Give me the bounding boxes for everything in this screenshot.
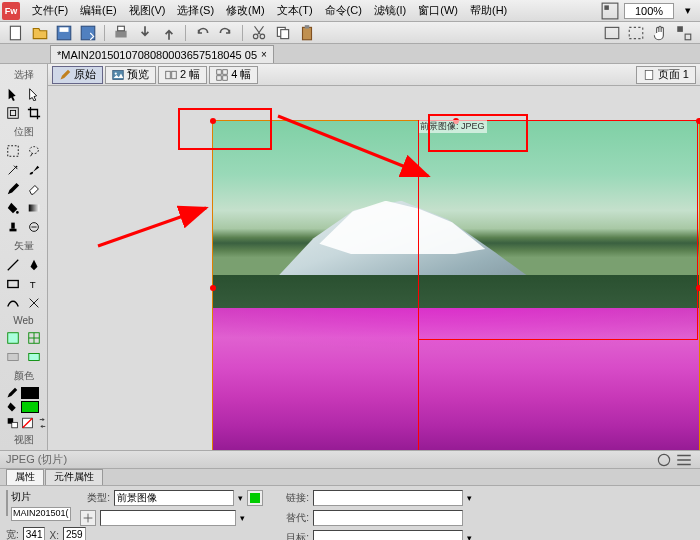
mode-icon[interactable] [674, 24, 694, 42]
crop-tool[interactable] [24, 104, 44, 122]
marquee-tool[interactable] [3, 142, 23, 160]
link-field[interactable] [313, 490, 463, 506]
knife-tool[interactable] [24, 294, 44, 312]
pointer-tool[interactable] [3, 85, 23, 103]
four-up-button[interactable]: 4 幅 [209, 66, 258, 84]
menu-help[interactable]: 帮助(H) [464, 3, 513, 18]
zoom-level[interactable]: 100% [624, 3, 674, 19]
original-view-button[interactable]: 原始 [52, 66, 103, 84]
export-icon[interactable] [159, 24, 179, 42]
menu-text[interactable]: 文本(T) [271, 3, 319, 18]
text-tool[interactable]: T [24, 275, 44, 293]
alt-field[interactable] [313, 510, 463, 526]
brush-tool[interactable] [24, 161, 44, 179]
menu-filters[interactable]: 滤镜(I) [368, 3, 412, 18]
svg-rect-1 [604, 5, 609, 10]
preview-view-button[interactable]: 预览 [105, 66, 156, 84]
svg-point-9 [260, 34, 265, 39]
page-indicator[interactable]: 页面 1 [636, 66, 696, 84]
menu-commands[interactable]: 命令(C) [319, 3, 368, 18]
bucket-tool[interactable] [3, 199, 23, 217]
rectangle-tool[interactable] [3, 275, 23, 293]
export-settings-icon[interactable] [80, 510, 96, 526]
new-icon[interactable] [6, 24, 26, 42]
svg-rect-41 [166, 71, 171, 79]
menu-view[interactable]: 视图(V) [123, 3, 172, 18]
freeform-tool[interactable] [3, 294, 23, 312]
slice-thumb[interactable] [6, 490, 8, 516]
panel-menu-icon[interactable] [674, 451, 694, 469]
print-icon[interactable] [111, 24, 131, 42]
import-icon[interactable] [135, 24, 155, 42]
canvas-viewport[interactable]: 前景图像: JPEG [48, 86, 700, 450]
annotation-arrows [48, 86, 700, 450]
svg-rect-12 [303, 27, 312, 39]
stroke-color[interactable] [21, 387, 39, 399]
eraser-tool[interactable] [24, 180, 44, 198]
svg-rect-17 [685, 34, 691, 40]
width-field[interactable]: 341 [23, 527, 46, 540]
optimize-settings-icon[interactable] [654, 451, 674, 469]
type-select[interactable]: 前景图像 [114, 490, 234, 506]
menu-modify[interactable]: 修改(M) [220, 3, 271, 18]
fill-swatch-icon [6, 401, 18, 413]
scale-tool[interactable] [3, 104, 23, 122]
paste-icon[interactable] [297, 24, 317, 42]
target-field[interactable] [313, 530, 463, 540]
export-dropdown-icon[interactable]: ▾ [240, 513, 245, 523]
lasso-tool[interactable] [24, 142, 44, 160]
zoom-dropdown-icon[interactable]: ▾ [678, 2, 698, 20]
menu-file[interactable]: 文件(F) [26, 3, 74, 18]
export-settings-field[interactable] [100, 510, 236, 526]
svg-rect-26 [11, 223, 15, 229]
default-colors-icon[interactable] [6, 416, 19, 429]
tab-symbol-properties[interactable]: 元件属性 [45, 469, 103, 485]
svg-rect-6 [115, 30, 126, 37]
link-dropdown-icon[interactable]: ▾ [467, 493, 472, 503]
options-toolbar [0, 22, 700, 44]
slice-color-swatch[interactable] [247, 490, 263, 506]
hand-tool-icon[interactable] [650, 24, 670, 42]
slice-name-field[interactable]: MAIN201501( [11, 507, 71, 521]
show-slice-tool[interactable] [24, 348, 44, 366]
svg-point-22 [16, 166, 18, 168]
fill-color[interactable] [21, 401, 39, 413]
pen-tool[interactable] [24, 256, 44, 274]
target-dropdown-icon[interactable]: ▾ [467, 533, 472, 540]
copy-icon[interactable] [273, 24, 293, 42]
page-label: 页面 1 [658, 67, 689, 82]
workspace-switcher[interactable] [600, 2, 620, 20]
open-icon[interactable] [30, 24, 50, 42]
fit-canvas-icon[interactable] [602, 24, 622, 42]
undo-icon[interactable] [192, 24, 212, 42]
svg-rect-33 [29, 354, 40, 361]
menu-select[interactable]: 选择(S) [171, 3, 220, 18]
tab-properties[interactable]: 属性 [6, 469, 44, 485]
fit-selection-icon[interactable] [626, 24, 646, 42]
document-tab[interactable]: *MAIN2015010708080003657518045 05 × [50, 45, 274, 63]
save-as-icon[interactable] [78, 24, 98, 42]
cut-icon[interactable] [249, 24, 269, 42]
subselect-tool[interactable] [24, 85, 44, 103]
wand-tool[interactable] [3, 161, 23, 179]
hide-slice-tool[interactable] [3, 348, 23, 366]
document-tab-close[interactable]: × [261, 49, 267, 60]
line-tool[interactable] [3, 256, 23, 274]
type-dropdown-icon[interactable]: ▾ [238, 493, 243, 503]
two-up-button[interactable]: 2 幅 [158, 66, 207, 84]
hotspot-tool[interactable] [3, 329, 23, 347]
save-icon[interactable] [54, 24, 74, 42]
menu-edit[interactable]: 编辑(E) [74, 3, 123, 18]
replace-color-tool[interactable] [24, 218, 44, 236]
slice-tool[interactable] [24, 329, 44, 347]
menu-window[interactable]: 窗口(W) [412, 3, 464, 18]
canvas-area[interactable]: 原始 预览 2 幅 4 幅 页面 1 [48, 64, 700, 450]
stamp-tool[interactable] [3, 218, 23, 236]
app-logo: Fw [2, 2, 20, 20]
section-web-label: Web [0, 313, 47, 328]
pencil-tool[interactable] [3, 180, 23, 198]
redo-icon[interactable] [216, 24, 236, 42]
svg-rect-14 [605, 27, 619, 38]
no-color-icon[interactable] [21, 416, 34, 429]
gradient-tool[interactable] [24, 199, 44, 217]
